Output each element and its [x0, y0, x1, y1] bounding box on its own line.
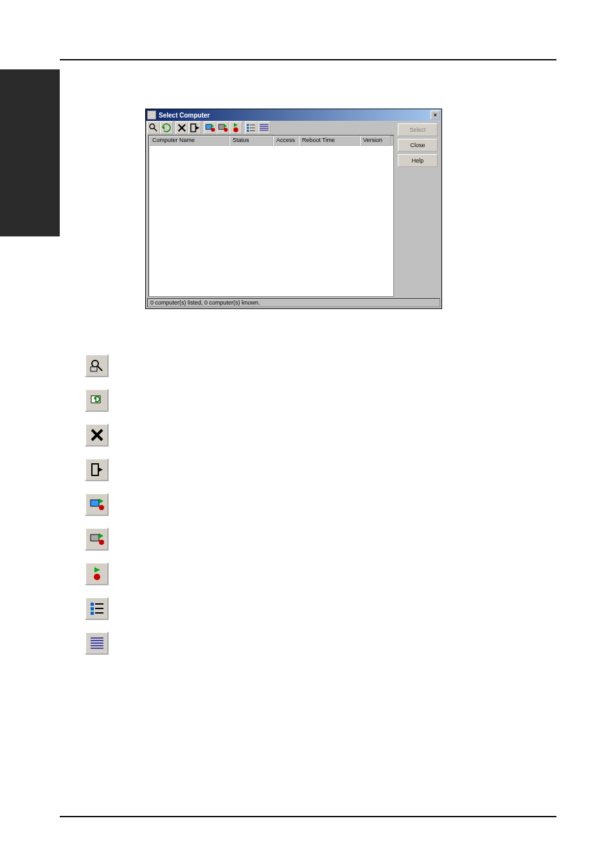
list-view-icon	[85, 597, 109, 620]
details-view-icon[interactable]	[258, 121, 271, 134]
svg-point-0	[150, 124, 155, 129]
horizontal-rule-bottom	[60, 816, 556, 817]
status-bar: 0 computer(s) listed, 0 computer(s) know…	[147, 298, 440, 307]
select-computer-window: Select Computer × Computer Name Status A…	[145, 109, 442, 309]
svg-rect-42	[91, 603, 94, 606]
delete-icon	[85, 423, 109, 447]
svg-marker-12	[224, 124, 227, 128]
refresh-icon[interactable]	[160, 121, 173, 134]
svg-point-11	[224, 128, 228, 132]
side-buttons: Select Close Help	[398, 123, 438, 167]
details-view-icon	[85, 632, 109, 655]
page-side-tab	[0, 69, 60, 236]
close-icon[interactable]: ×	[431, 111, 440, 120]
refresh-icon	[85, 389, 109, 412]
abort-icon	[85, 562, 109, 585]
svg-marker-14	[234, 123, 238, 127]
legend-row	[85, 561, 120, 587]
svg-point-40	[94, 574, 100, 580]
svg-rect-27	[91, 367, 97, 371]
svg-point-25	[92, 360, 98, 367]
col-access[interactable]: Access	[273, 136, 299, 146]
help-button[interactable]: Help	[398, 154, 438, 167]
shutdown-restart-icon	[85, 493, 109, 516]
list-view-icon[interactable]	[245, 121, 258, 134]
horizontal-rule	[60, 59, 556, 60]
app-icon	[147, 111, 156, 120]
find-computer-icon	[85, 354, 109, 377]
svg-rect-17	[247, 130, 249, 132]
svg-rect-32	[92, 464, 98, 475]
close-button[interactable]: Close	[398, 139, 438, 152]
icon-legend	[85, 353, 120, 665]
svg-rect-16	[247, 127, 249, 129]
svg-rect-44	[91, 612, 94, 615]
svg-marker-36	[99, 499, 103, 504]
svg-marker-9	[211, 124, 215, 128]
svg-rect-37	[91, 535, 99, 541]
delete-icon[interactable]	[175, 121, 188, 134]
shutdown-poweroff-icon[interactable]	[217, 121, 229, 134]
exit-icon[interactable]	[188, 121, 201, 134]
col-status[interactable]: Status	[229, 136, 273, 146]
legend-row	[85, 387, 120, 413]
column-headers: Computer Name Status Access Reboot Time …	[149, 136, 393, 146]
col-reboot-time[interactable]: Reboot Time	[299, 136, 360, 146]
svg-marker-41	[94, 567, 100, 572]
abort-icon[interactable]	[229, 121, 242, 134]
legend-row	[85, 457, 120, 483]
legend-row	[85, 526, 120, 552]
legend-row	[85, 596, 120, 621]
select-button[interactable]: Select	[398, 123, 438, 136]
svg-rect-34	[91, 500, 99, 506]
svg-point-38	[99, 540, 104, 545]
shutdown-restart-icon[interactable]	[204, 121, 217, 134]
svg-rect-15	[247, 124, 249, 126]
toolbar	[146, 121, 441, 135]
col-version[interactable]: Version	[360, 136, 391, 146]
svg-rect-10	[218, 125, 224, 130]
svg-rect-7	[206, 125, 211, 130]
legend-row	[85, 492, 120, 517]
legend-row	[85, 630, 120, 656]
legend-row	[85, 422, 120, 448]
svg-rect-43	[91, 607, 94, 610]
svg-point-13	[233, 127, 238, 132]
svg-rect-5	[191, 124, 196, 132]
find-computer-icon[interactable]	[147, 121, 160, 134]
col-computer-name[interactable]: Computer Name	[149, 136, 229, 146]
svg-line-26	[98, 366, 102, 371]
svg-marker-33	[98, 467, 103, 472]
computer-list-panel: Computer Name Status Access Reboot Time …	[148, 135, 394, 297]
window-title: Select Computer	[159, 112, 431, 119]
svg-marker-6	[196, 126, 200, 130]
svg-line-1	[154, 128, 157, 132]
svg-marker-39	[99, 533, 103, 538]
svg-point-35	[99, 505, 104, 510]
exit-icon	[85, 458, 109, 481]
window-titlebar: Select Computer ×	[146, 109, 441, 121]
shutdown-poweroff-icon	[85, 527, 109, 551]
legend-row	[85, 353, 120, 378]
svg-point-8	[211, 128, 215, 132]
